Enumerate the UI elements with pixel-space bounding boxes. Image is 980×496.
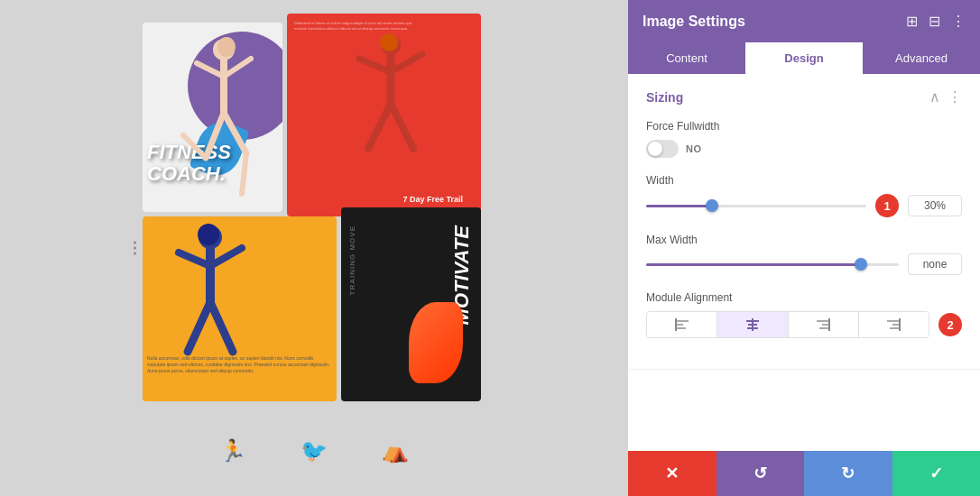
card-top-left: FITNESS Coach. <box>143 23 282 212</box>
section-more-icon[interactable]: ⋮ <box>948 88 962 106</box>
red-person-silhouette <box>314 32 449 194</box>
tent-icon: ⛺ <box>382 437 409 464</box>
align-right-edge-button[interactable] <box>859 312 929 337</box>
width-value-input[interactable] <box>908 195 962 216</box>
expand-icon[interactable]: ⊞ <box>906 13 918 30</box>
svg-line-3 <box>224 59 251 77</box>
width-label: Width <box>646 174 962 187</box>
align-left-icon <box>675 318 689 331</box>
module-alignment-label: Module Alignment <box>646 291 962 304</box>
card-bottom-left: Nulla accumsan, odio dictum ipsum at sap… <box>143 216 337 401</box>
section-header-icons: ∧ ⋮ <box>929 88 962 106</box>
move-text: TRAINING MOVE <box>348 225 356 295</box>
yellow-person-silhouette <box>147 221 273 365</box>
align-right-button[interactable] <box>789 312 859 337</box>
align-right-edge-icon <box>886 318 901 331</box>
width-slider-fill <box>646 205 712 207</box>
force-fullwidth-toggle[interactable] <box>646 140 679 158</box>
svg-rect-36 <box>892 324 899 326</box>
module-alignment-row: Module Alignment <box>646 291 962 338</box>
undo-button[interactable]: ↺ <box>717 451 805 496</box>
panel-footer: ✕ ↺ ↻ ✓ <box>628 451 980 496</box>
svg-rect-37 <box>890 327 899 329</box>
alignment-badge: 2 <box>938 313 962 336</box>
module-alignment-controls: 2 <box>646 311 962 338</box>
svg-rect-38 <box>899 318 901 331</box>
runner-icon: 🏃 <box>219 437 246 464</box>
settings-tabs: Content Design Advanced <box>628 42 980 74</box>
confirm-icon: ✓ <box>929 464 943 483</box>
max-width-label: Max Width <box>646 234 962 246</box>
svg-line-20 <box>188 302 210 352</box>
svg-line-7 <box>242 153 246 194</box>
small-body-text: Nulla accumsan, odio dictum ipsum at sap… <box>147 355 332 374</box>
svg-rect-23 <box>676 320 689 322</box>
confirm-button[interactable]: ✓ <box>892 451 981 496</box>
svg-rect-26 <box>675 318 677 331</box>
svg-line-4 <box>206 113 224 158</box>
svg-line-11 <box>359 59 391 72</box>
tab-design[interactable]: Design <box>745 42 863 74</box>
redo-button[interactable]: ↻ <box>804 451 892 496</box>
sizing-section: Sizing ∧ ⋮ Force Fullwidth NO Width <box>628 74 980 370</box>
more-icon[interactable]: ⋮ <box>951 13 966 30</box>
toggle-knob <box>648 142 662 156</box>
cancel-icon: ✕ <box>665 464 679 483</box>
bottom-icons-row: 🏃 🐦 ⛺ <box>125 437 504 464</box>
card-bottom-right: Motivate TRAINING MOVE <box>341 207 481 401</box>
width-slider-thumb[interactable] <box>706 199 718 212</box>
panel-title: Image Settings <box>643 14 745 30</box>
svg-point-15 <box>380 33 398 51</box>
columns-icon[interactable]: ⊟ <box>929 13 940 30</box>
svg-line-21 <box>210 302 233 352</box>
max-width-value-input[interactable] <box>908 253 962 275</box>
max-width-row: Max Width <box>646 234 962 275</box>
dot-indicators <box>134 242 136 255</box>
width-badge: 1 <box>875 194 899 217</box>
collapse-icon[interactable]: ∧ <box>929 88 940 106</box>
svg-rect-25 <box>676 327 686 329</box>
svg-rect-30 <box>752 318 753 331</box>
align-left-button[interactable] <box>647 312 717 337</box>
max-width-slider-row <box>646 253 962 275</box>
panel-body: Sizing ∧ ⋮ Force Fullwidth NO Width <box>628 74 980 451</box>
max-width-slider-thumb[interactable] <box>855 258 867 271</box>
svg-rect-24 <box>676 324 683 326</box>
undo-icon: ↺ <box>753 464 767 483</box>
align-center-icon <box>745 318 760 331</box>
tab-content[interactable]: Content <box>628 42 745 74</box>
sizing-section-header: Sizing ∧ ⋮ <box>646 88 962 106</box>
svg-point-22 <box>198 224 219 245</box>
max-width-slider-container[interactable] <box>646 255 899 273</box>
svg-line-5 <box>183 135 206 158</box>
svg-rect-34 <box>828 318 830 331</box>
orange-blob <box>409 302 463 383</box>
card-top-right: Dedicated ut labore et dolore magna aliq… <box>287 14 481 216</box>
canvas-content: FITNESS Coach. Dedicated ut labore et do… <box>125 14 504 482</box>
svg-rect-31 <box>817 320 829 322</box>
svg-line-12 <box>391 54 422 72</box>
max-width-slider-fill <box>646 263 861 266</box>
trial-button: 7 Day Free Trail <box>393 191 472 207</box>
svg-line-2 <box>197 63 224 77</box>
width-slider-row: 1 <box>646 194 962 217</box>
cancel-button[interactable]: ✕ <box>628 451 717 496</box>
svg-line-13 <box>368 104 391 149</box>
tab-advanced[interactable]: Advanced <box>863 42 980 74</box>
force-fullwidth-label: Force Fullwidth <box>646 120 962 133</box>
svg-line-14 <box>391 104 413 149</box>
toggle-state-label: NO <box>686 143 702 154</box>
max-width-slider-track <box>646 263 899 266</box>
svg-point-8 <box>217 37 236 57</box>
align-center-button[interactable] <box>717 312 788 337</box>
width-slider-track <box>646 205 866 207</box>
width-slider-container[interactable] <box>646 197 866 215</box>
settings-panel: Image Settings ⊞ ⊟ ⋮ Content Design Adva… <box>628 0 980 496</box>
svg-rect-32 <box>822 324 829 326</box>
svg-line-6 <box>224 113 246 153</box>
force-fullwidth-toggle-row: NO <box>646 140 962 158</box>
svg-line-19 <box>210 248 242 266</box>
panel-header-icons: ⊞ ⊟ ⋮ <box>906 13 966 30</box>
svg-rect-35 <box>887 320 900 322</box>
alignment-buttons <box>646 311 929 338</box>
